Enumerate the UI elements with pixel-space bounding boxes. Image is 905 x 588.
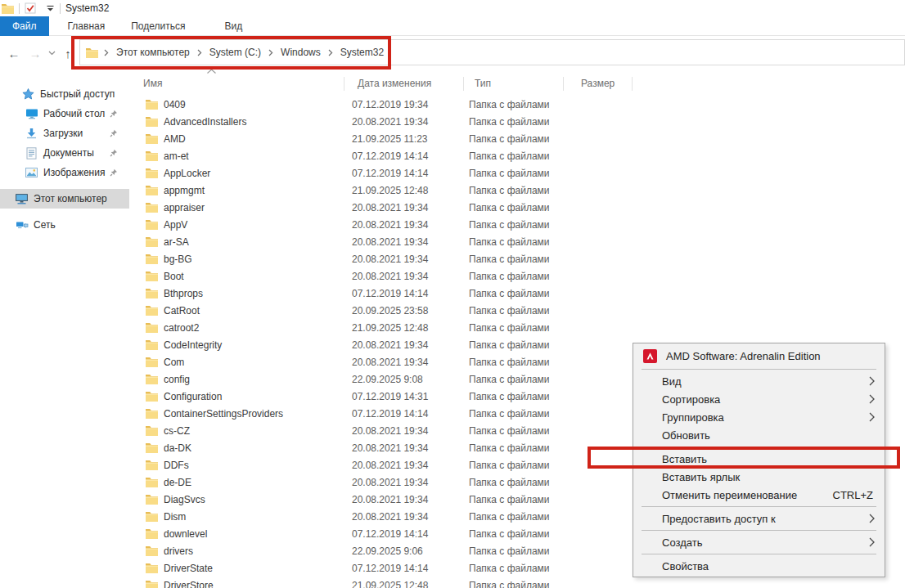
file-type: Папка с файлами: [469, 391, 550, 402]
file-row[interactable]: appmgmt21.09.2025 12:48Папка с файлами: [131, 182, 905, 199]
explorer-folder-icon[interactable]: [2, 3, 14, 14]
file-name: AppV: [164, 219, 352, 231]
file-date-modified: 07.12.2019 14:31: [352, 391, 469, 402]
context-menu-item-undo-rename[interactable]: Отменить переименованиеCTRL+Z: [633, 486, 885, 504]
context-menu-item-view[interactable]: Вид: [633, 372, 885, 390]
file-name: drivers: [164, 545, 352, 557]
context-menu-item-paste-shortcut[interactable]: Вставить ярлык: [633, 468, 885, 486]
column-divider[interactable]: [632, 77, 633, 91]
menu-item-label: Вид: [662, 375, 682, 388]
file-row[interactable]: Bthprops07.12.2019 14:14Папка с файлами: [131, 285, 905, 302]
sidebar-item-pictures[interactable]: Изображения: [0, 163, 129, 182]
folder-icon: [146, 236, 158, 247]
context-menu-item-properties[interactable]: Свойства: [633, 557, 885, 575]
tab-file[interactable]: Файл: [0, 16, 49, 36]
file-row[interactable]: am-et07.12.2019 14:14Папка с файлами: [131, 147, 905, 164]
history-dropdown-button[interactable]: [46, 47, 57, 59]
navigation-bar: ← → ↑ Этот компьютерSystem (C:)WindowsSy…: [0, 37, 905, 71]
qat-dropdown-icon[interactable]: [46, 5, 55, 12]
file-row[interactable]: catroot221.09.2025 12:48Папка с файлами: [131, 319, 905, 336]
file-row[interactable]: appraiser20.08.2021 19:34Папка с файлами: [131, 199, 905, 216]
context-menu-item-amd-software[interactable]: AMD Software: Adrenalin Edition: [633, 345, 885, 366]
context-menu-item-create[interactable]: Создать: [633, 533, 885, 551]
column-divider[interactable]: [563, 77, 564, 91]
file-row[interactable]: Boot20.08.2021 19:34Папка с файлами: [131, 267, 905, 285]
context-menu-item-paste[interactable]: Вставить: [633, 450, 885, 468]
downloads-icon: [25, 128, 38, 140]
sidebar-item-label: Сеть: [34, 219, 56, 231]
file-row[interactable]: AdvancedInstallers20.08.2021 19:34Папка …: [131, 113, 905, 130]
folder-icon: [146, 168, 158, 178]
file-date-modified: 20.08.2021 19:34: [352, 460, 469, 471]
folder-icon: [146, 425, 158, 436]
title-bar: System32: [0, 0, 905, 16]
file-type: Папка с файлами: [469, 202, 550, 213]
forward-button[interactable]: →: [26, 44, 44, 62]
column-header-type[interactable]: Тип: [475, 75, 491, 92]
file-row[interactable]: AMD21.09.2025 11:23Папка с файлами: [131, 130, 905, 147]
file-row[interactable]: DriverStore21.09.2025 12:48Папка с файла…: [131, 577, 905, 588]
context-menu-item-refresh[interactable]: Обновить: [633, 426, 885, 444]
folder-icon: [146, 305, 158, 316]
toolbar-divider: [19, 3, 20, 14]
file-row[interactable]: 040907.12.2019 19:34Папка с файлами: [131, 96, 905, 113]
file-name: AdvancedInstallers: [164, 116, 352, 128]
properties-check-icon[interactable]: [25, 2, 36, 14]
menu-separator: [642, 506, 876, 507]
folder-icon: [146, 254, 158, 264]
sidebar-item-documents[interactable]: Документы: [0, 143, 129, 163]
tab-share[interactable]: Поделиться: [123, 16, 193, 36]
up-button[interactable]: ↑: [59, 44, 77, 62]
sidebar-item-quick-access[interactable]: Быстрый доступ: [0, 84, 129, 104]
folder-icon: [146, 322, 158, 333]
tab-home[interactable]: Главная: [60, 16, 114, 36]
file-date-modified: 07.12.2019 14:14: [352, 288, 469, 299]
breadcrumb-item[interactable]: System (C:): [203, 47, 268, 58]
file-name: Com: [164, 357, 352, 368]
sidebar-item-this-pc[interactable]: Этот компьютер: [0, 189, 129, 209]
folder-icon: [146, 545, 158, 556]
breadcrumb-item[interactable]: Этот компьютер: [110, 47, 196, 58]
column-header-size[interactable]: Размер: [581, 75, 615, 92]
file-type: Папка с файлами: [469, 442, 550, 454]
back-button[interactable]: ←: [5, 44, 23, 62]
address-bar[interactable]: Этот компьютерSystem (C:)WindowsSystem32: [79, 39, 905, 65]
context-menu-item-group[interactable]: Группировка: [633, 408, 885, 426]
folder-icon: [146, 202, 158, 213]
breadcrumb-separator-icon: [327, 49, 334, 56]
folder-icon: [146, 563, 158, 573]
breadcrumb-separator-icon: [103, 49, 110, 56]
column-divider[interactable]: [344, 77, 344, 91]
file-type: Папка с файлами: [469, 322, 550, 334]
context-menu-item-give-access[interactable]: Предоставить доступ к: [633, 509, 885, 527]
file-date-modified: 07.12.2019 14:14: [352, 563, 469, 574]
file-row[interactable]: ar-SA20.08.2021 19:34Папка с файлами: [131, 233, 905, 250]
sidebar-item-desktop[interactable]: Рабочий стол: [0, 104, 129, 123]
amd-icon: [643, 349, 657, 363]
file-name: Bthprops: [164, 288, 352, 299]
tab-view[interactable]: Вид: [216, 16, 250, 36]
folder-icon: [146, 494, 158, 505]
sidebar-item-network[interactable]: Сеть: [0, 215, 129, 235]
file-name: DiagSvcs: [164, 494, 352, 505]
context-menu: AMD Software: Adrenalin EditionВидСортир…: [633, 343, 885, 577]
file-date-modified: 07.12.2019 14:14: [352, 168, 469, 179]
breadcrumb-item[interactable]: System32: [334, 47, 390, 58]
folder-icon: [146, 219, 158, 230]
column-divider[interactable]: [463, 77, 464, 91]
file-row[interactable]: AppLocker07.12.2019 14:14Папка с файлами: [131, 164, 905, 182]
file-row[interactable]: AppV20.08.2021 19:34Папка с файлами: [131, 216, 905, 233]
context-menu-item-sort[interactable]: Сортировка: [633, 390, 885, 408]
file-name: CatRoot: [164, 305, 352, 316]
column-header-date[interactable]: Дата изменения: [358, 75, 431, 92]
file-row[interactable]: bg-BG20.08.2021 19:34Папка с файлами: [131, 250, 905, 267]
menu-item-label: Отменить переименование: [662, 489, 797, 501]
folder-icon: [146, 408, 158, 419]
breadcrumb-item[interactable]: Windows: [274, 47, 327, 58]
file-row[interactable]: CatRoot20.09.2025 23:58Папка с файлами: [131, 302, 905, 319]
folder-icon: [146, 511, 158, 522]
file-name: appraiser: [164, 202, 352, 213]
column-header-name[interactable]: Имя: [143, 75, 162, 92]
menu-separator: [642, 530, 876, 531]
sidebar-item-downloads[interactable]: Загрузки: [0, 123, 129, 143]
